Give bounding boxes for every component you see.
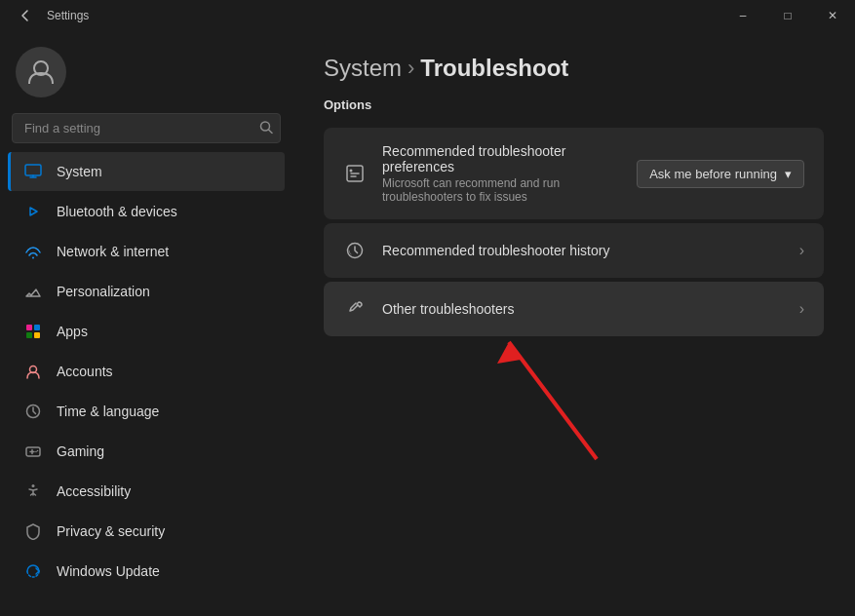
- apps-icon: [23, 322, 43, 341]
- sidebar-item-accounts[interactable]: Accounts: [8, 352, 285, 391]
- sidebar-item-bluetooth[interactable]: Bluetooth & devices: [8, 192, 285, 231]
- avatar[interactable]: [16, 47, 66, 97]
- accounts-icon: [23, 362, 43, 381]
- sidebar-item-gaming[interactable]: Gaming: [8, 432, 285, 471]
- svg-rect-5: [34, 325, 40, 330]
- sidebar-item-label-update: Windows Update: [57, 563, 160, 579]
- svg-rect-4: [26, 325, 32, 330]
- recommended-prefs-row[interactable]: Recommended troubleshooter preferences M…: [324, 128, 824, 219]
- recommended-prefs-card: Recommended troubleshooter preferences M…: [324, 128, 824, 219]
- minimize-button[interactable]: –: [720, 0, 765, 31]
- recommended-prefs-action: Ask me before running ▾: [637, 160, 804, 188]
- breadcrumb-separator: ›: [408, 56, 414, 81]
- svg-rect-6: [26, 332, 32, 338]
- svg-marker-18: [497, 342, 521, 364]
- svg-line-17: [509, 342, 597, 459]
- window-controls: – □ ✕: [720, 0, 855, 31]
- system-icon: [23, 162, 43, 181]
- recommended-history-chevron-icon: ›: [799, 242, 804, 259]
- other-troubleshooters-label: Other troubleshooters: [382, 301, 784, 317]
- time-icon: [23, 402, 43, 421]
- app-title: Settings: [47, 9, 89, 22]
- ask-before-running-dropdown[interactable]: Ask me before running ▾: [637, 160, 804, 188]
- svg-point-3: [32, 257, 34, 259]
- svg-rect-7: [34, 332, 40, 338]
- maximize-button[interactable]: □: [765, 0, 810, 31]
- sidebar-item-label-apps: Apps: [57, 324, 88, 339]
- breadcrumb-parent[interactable]: System: [324, 55, 402, 82]
- other-troubleshooters-text: Other troubleshooters: [382, 301, 784, 317]
- sidebar-item-personalization[interactable]: Personalization: [8, 272, 285, 311]
- other-troubleshooters-chevron-icon: ›: [799, 300, 804, 318]
- privacy-icon: [23, 521, 43, 541]
- recommended-history-icon: [343, 239, 367, 262]
- other-troubleshooters-icon: [343, 297, 367, 321]
- recommended-prefs-label: Recommended troubleshooter preferences: [382, 143, 621, 174]
- title-bar-left: Settings: [12, 2, 89, 29]
- search-input[interactable]: [12, 113, 281, 143]
- title-bar: Settings – □ ✕: [0, 0, 855, 31]
- recommended-history-card: Recommended troubleshooter history ›: [324, 223, 824, 278]
- sidebar-item-update[interactable]: Windows Update: [8, 552, 285, 591]
- sidebar-item-system[interactable]: System: [8, 152, 285, 191]
- recommended-history-action: ›: [799, 242, 804, 259]
- sidebar-item-label-privacy: Privacy & security: [57, 523, 165, 539]
- sidebar-item-time[interactable]: Time & language: [8, 392, 285, 431]
- svg-point-15: [350, 170, 353, 173]
- sidebar-item-label-accessibility: Accessibility: [57, 483, 131, 499]
- dropdown-chevron-icon: ▾: [785, 167, 792, 181]
- section-title: Options: [324, 97, 824, 112]
- sidebar-item-label-accounts: Accounts: [57, 364, 113, 379]
- svg-point-11: [35, 451, 37, 453]
- svg-point-13: [32, 484, 35, 487]
- svg-rect-2: [25, 165, 41, 175]
- avatar-area: [0, 31, 292, 109]
- sidebar-item-label-network: Network & internet: [57, 244, 169, 259]
- breadcrumb: System › Troubleshoot: [324, 55, 824, 82]
- update-icon: [23, 561, 43, 581]
- network-icon: [23, 242, 43, 261]
- svg-point-12: [37, 450, 39, 452]
- sidebar-item-label-bluetooth: Bluetooth & devices: [57, 204, 177, 219]
- bluetooth-icon: [23, 202, 43, 221]
- search-icon: [259, 120, 273, 136]
- sidebar-item-label-personalization: Personalization: [57, 284, 150, 299]
- sidebar-item-label-system: System: [57, 164, 102, 179]
- recommended-history-row[interactable]: Recommended troubleshooter history ›: [324, 223, 824, 278]
- sidebar-item-label-gaming: Gaming: [57, 443, 104, 459]
- sidebar-item-network[interactable]: Network & internet: [8, 232, 285, 271]
- sidebar-item-privacy[interactable]: Privacy & security: [8, 512, 285, 551]
- nav-list: System Bluetooth & devices: [0, 151, 292, 592]
- search-box: [12, 113, 281, 143]
- cards-wrapper: Recommended troubleshooter preferences M…: [324, 128, 824, 336]
- breadcrumb-current: Troubleshoot: [420, 55, 568, 82]
- back-button[interactable]: [12, 2, 39, 29]
- close-button[interactable]: ✕: [810, 0, 855, 31]
- recommended-prefs-icon: [343, 162, 367, 185]
- main-layout: System Bluetooth & devices: [0, 31, 855, 616]
- sidebar-item-label-time: Time & language: [57, 404, 159, 419]
- recommended-prefs-text: Recommended troubleshooter preferences M…: [382, 143, 621, 204]
- gaming-icon: [23, 442, 43, 461]
- other-troubleshooters-row[interactable]: Other troubleshooters ›: [324, 282, 824, 336]
- recommended-history-label: Recommended troubleshooter history: [382, 243, 784, 258]
- sidebar: System Bluetooth & devices: [0, 31, 292, 616]
- personalization-icon: [23, 282, 43, 301]
- other-troubleshooters-card: Other troubleshooters ›: [324, 282, 824, 336]
- sidebar-item-accessibility[interactable]: Accessibility: [8, 472, 285, 511]
- accessibility-icon: [23, 481, 43, 501]
- other-troubleshooters-action: ›: [799, 300, 804, 318]
- content-area: System › Troubleshoot Options: [292, 31, 855, 616]
- sidebar-item-apps[interactable]: Apps: [8, 312, 285, 351]
- recommended-prefs-desc: Microsoft can recommend and run troubles…: [382, 176, 621, 204]
- recommended-history-text: Recommended troubleshooter history: [382, 243, 784, 258]
